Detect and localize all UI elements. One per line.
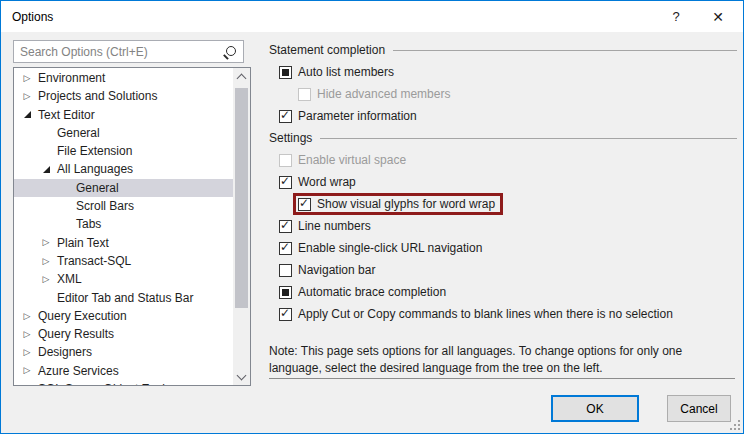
tree-item-label: General: [72, 179, 119, 197]
tree-item-plain-text[interactable]: ▷Plain Text: [14, 234, 233, 252]
option-row: Automatic brace completion: [269, 281, 737, 303]
checkbox-auto-list-members[interactable]: [279, 66, 292, 79]
triangle-right-icon: ▷: [43, 257, 50, 266]
tree-item-general[interactable]: General: [14, 179, 233, 197]
checkbox-label[interactable]: Parameter information: [292, 109, 417, 123]
tree-expanded-icon[interactable]: [20, 111, 34, 118]
tree-item-label: Query Execution: [34, 307, 127, 325]
cancel-button[interactable]: Cancel: [667, 395, 731, 422]
title-bar[interactable]: Options ? ✕: [1, 1, 743, 32]
tree-item-label: XML: [53, 270, 82, 288]
tree-collapsed-icon[interactable]: ▷: [20, 348, 34, 357]
tree-collapsed-icon[interactable]: ▷: [20, 92, 34, 101]
option-row: Navigation bar: [269, 259, 737, 281]
checkbox-enable-single-click-url-navigation[interactable]: [279, 242, 292, 255]
tree-item-environment[interactable]: ▷Environment: [14, 69, 233, 87]
tree-item-sql-server-object-explorer[interactable]: ▷SQL Server Object Explorer: [14, 380, 233, 385]
dialog-title: Options: [1, 10, 655, 24]
footer-separator: [269, 378, 735, 379]
close-icon: ✕: [712, 9, 724, 25]
tree-item-query-results[interactable]: ▷Query Results: [14, 325, 233, 343]
options-tree[interactable]: ▷Environment▷Projects and SolutionsText …: [13, 67, 251, 386]
triangle-right-icon: ▷: [24, 366, 31, 375]
section-header-statement-completion: Statement completion: [269, 39, 737, 61]
tree-item-file-extension[interactable]: File Extension: [14, 142, 233, 160]
option-inner[interactable]: Automatic brace completion: [279, 285, 446, 299]
chevron-up-icon: [237, 73, 247, 83]
search-input[interactable]: [14, 45, 222, 59]
checkbox-line-numbers[interactable]: [279, 220, 292, 233]
option-inner[interactable]: Navigation bar: [279, 263, 375, 277]
tree-item-label: Scroll Bars: [72, 197, 134, 215]
option-inner[interactable]: Auto list members: [279, 65, 394, 79]
tree-collapsed-icon[interactable]: ▷: [39, 275, 53, 284]
tree-collapsed-icon[interactable]: ▷: [39, 238, 53, 247]
tree-item-query-execution[interactable]: ▷Query Execution: [14, 307, 233, 325]
checkbox-label[interactable]: Enable single-click URL navigation: [292, 241, 482, 255]
tree-item-tabs[interactable]: Tabs: [14, 215, 233, 233]
triangle-right-icon: ▷: [24, 348, 31, 357]
checkbox-automatic-brace-completion[interactable]: [279, 286, 292, 299]
search-icon[interactable]: [222, 44, 238, 60]
highlight-callout-box[interactable]: Show visual glyphs for word wrap: [293, 193, 503, 215]
tree-item-transact-sql[interactable]: ▷Transact-SQL: [14, 252, 233, 270]
help-button[interactable]: ?: [655, 1, 697, 32]
option-inner[interactable]: Enable single-click URL navigation: [279, 241, 482, 255]
checkbox-label[interactable]: Line numbers: [292, 219, 371, 233]
tree-item-label: File Extension: [53, 142, 132, 160]
checkbox-parameter-information[interactable]: [279, 110, 292, 123]
option-inner[interactable]: Enable virtual space: [279, 153, 406, 167]
help-icon: ?: [672, 9, 679, 24]
tree-item-label: Projects and Solutions: [34, 87, 157, 105]
tree-item-editor-tab-and-status-bar[interactable]: Editor Tab and Status Bar: [14, 289, 233, 307]
close-button[interactable]: ✕: [697, 1, 739, 32]
option-inner[interactable]: Parameter information: [279, 109, 417, 123]
tree-collapsed-icon[interactable]: ▷: [20, 330, 34, 339]
tree-item-azure-services[interactable]: ▷Azure Services: [14, 362, 233, 380]
scroll-up-button[interactable]: [233, 68, 250, 84]
tree-item-label: All Languages: [53, 160, 133, 178]
option-row: Parameter information: [269, 105, 737, 127]
ok-button[interactable]: OK: [551, 395, 639, 422]
checkbox-label[interactable]: Auto list members: [292, 65, 394, 79]
tree-item-projects-and-solutions[interactable]: ▷Projects and Solutions: [14, 87, 233, 105]
scrollbar-thumb[interactable]: [235, 88, 248, 308]
checkbox-label[interactable]: Navigation bar: [292, 263, 375, 277]
tree-item-label: General: [53, 124, 100, 142]
checkbox-show-visual-glyphs-for-word-wrap[interactable]: [298, 198, 311, 211]
search-box[interactable]: [13, 40, 244, 63]
checkbox-word-wrap[interactable]: [279, 176, 292, 189]
tree-scrollbar[interactable]: [233, 68, 250, 385]
option-inner[interactable]: Line numbers: [279, 219, 371, 233]
option-inner[interactable]: Hide advanced members: [298, 87, 450, 101]
resize-grip[interactable]: [730, 420, 740, 430]
tree-item-general[interactable]: General: [14, 124, 233, 142]
checkbox-hide-advanced-members: [298, 88, 311, 101]
tree-collapsed-icon[interactable]: ▷: [20, 312, 34, 321]
tree-expanded-icon[interactable]: [39, 166, 53, 173]
tree-item-text-editor[interactable]: Text Editor: [14, 106, 233, 124]
tree-item-scroll-bars[interactable]: Scroll Bars: [14, 197, 233, 215]
section-title: Statement completion: [269, 43, 385, 57]
scroll-down-button[interactable]: [233, 369, 250, 385]
tree-item-all-languages[interactable]: All Languages: [14, 160, 233, 178]
tree-collapsed-icon[interactable]: ▷: [39, 257, 53, 266]
checkbox-label[interactable]: Apply Cut or Copy commands to blank line…: [292, 307, 673, 321]
checkbox-label[interactable]: Show visual glyphs for word wrap: [311, 197, 495, 211]
checkbox-apply-cut-or-copy-commands-to-blank-line[interactable]: [279, 308, 292, 321]
tree-collapsed-icon[interactable]: ▷: [20, 366, 34, 375]
option-inner[interactable]: Apply Cut or Copy commands to blank line…: [279, 307, 673, 321]
checkbox-label[interactable]: Word wrap: [292, 175, 356, 189]
checkbox-navigation-bar[interactable]: [279, 264, 292, 277]
tree-item-designers[interactable]: ▷Designers: [14, 343, 233, 361]
tree-collapsed-icon[interactable]: ▷: [20, 74, 34, 83]
tree-item-label: SQL Server Object Explorer: [34, 380, 186, 385]
option-inner[interactable]: Word wrap: [279, 175, 356, 189]
tree-item-label: Transact-SQL: [53, 252, 131, 270]
triangle-right-icon: ▷: [43, 238, 50, 247]
tree-item-xml[interactable]: ▷XML: [14, 270, 233, 288]
tree-item-label: Tabs: [72, 215, 101, 233]
option-row: Show visual glyphs for word wrap: [269, 193, 737, 215]
settings-panel: Statement completionAuto list membersHid…: [269, 39, 737, 377]
checkbox-label[interactable]: Automatic brace completion: [292, 285, 446, 299]
